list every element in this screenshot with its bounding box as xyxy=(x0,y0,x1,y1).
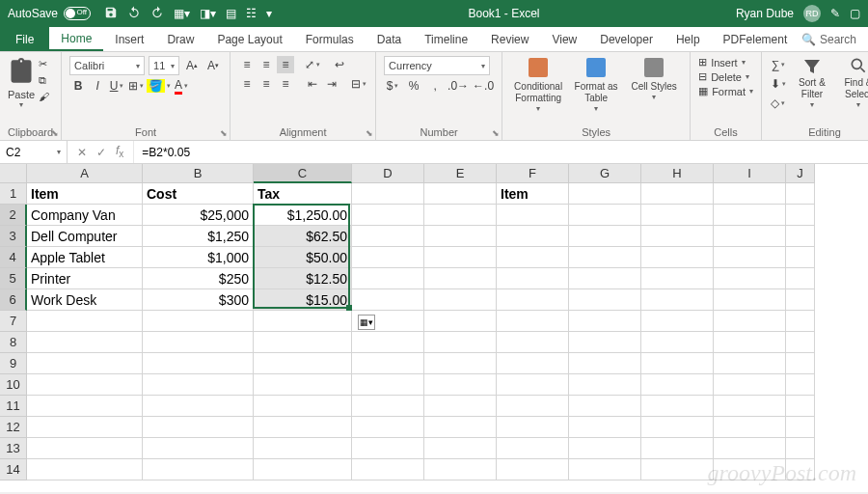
row-header-2[interactable]: 2 xyxy=(0,205,27,226)
cell-D5[interactable] xyxy=(352,268,424,289)
cell-J8[interactable] xyxy=(786,332,815,353)
cell-B13[interactable] xyxy=(143,438,254,459)
cell-A5[interactable]: Printer xyxy=(27,268,143,289)
cell-J5[interactable] xyxy=(786,268,815,289)
cell-B12[interactable] xyxy=(143,417,254,438)
cell-C14[interactable] xyxy=(254,459,352,480)
cancel-icon[interactable]: ✕ xyxy=(77,146,87,159)
cell-G7[interactable] xyxy=(569,311,641,332)
cell-H2[interactable] xyxy=(641,205,714,226)
clear-icon[interactable]: ◇ xyxy=(770,95,787,112)
cell-G13[interactable] xyxy=(569,438,641,459)
cell-H4[interactable] xyxy=(641,247,714,268)
italic-button[interactable]: I xyxy=(89,77,106,95)
cell-J3[interactable] xyxy=(786,226,815,247)
cell-C4[interactable]: $50.00 xyxy=(254,247,352,268)
align-left-icon[interactable]: ≡ xyxy=(238,75,256,93)
grow-font-icon[interactable]: A▴ xyxy=(183,57,201,74)
cell-I13[interactable] xyxy=(714,438,786,459)
col-header-A[interactable]: A xyxy=(27,164,143,183)
cell-J7[interactable] xyxy=(786,311,815,332)
tab-developer[interactable]: Developer xyxy=(588,27,665,51)
cell-B4[interactable]: $1,000 xyxy=(143,247,254,268)
cell-B9[interactable] xyxy=(143,353,254,374)
dialog-launcher-icon[interactable]: ⬊ xyxy=(220,128,228,138)
cell-H14[interactable] xyxy=(641,459,714,480)
cell-E11[interactable] xyxy=(424,396,497,417)
tab-draw[interactable]: Draw xyxy=(155,27,205,51)
underline-button[interactable]: U xyxy=(108,77,125,95)
cut-icon[interactable]: ✂ xyxy=(39,58,49,70)
conditional-formatting-button[interactable]: Conditional Formatting▾ xyxy=(510,56,566,114)
tab-timeline[interactable]: Timeline xyxy=(413,27,479,51)
qat-btn4-icon[interactable]: ☷ xyxy=(246,7,257,20)
cell-D6[interactable] xyxy=(352,289,424,311)
align-center-icon[interactable]: ≡ xyxy=(258,75,275,93)
cell-A13[interactable] xyxy=(27,438,143,459)
cell-J13[interactable] xyxy=(786,438,815,459)
cell-H11[interactable] xyxy=(641,396,714,417)
window-icon[interactable]: ▢ xyxy=(850,7,860,20)
cell-C3[interactable]: $62.50 xyxy=(254,226,352,247)
tab-review[interactable]: Review xyxy=(479,27,540,51)
dialog-launcher-icon[interactable]: ⬊ xyxy=(366,128,373,138)
cell-E10[interactable] xyxy=(424,374,497,396)
col-header-C[interactable]: C xyxy=(254,164,352,183)
cell-E8[interactable] xyxy=(424,332,497,353)
bold-button[interactable]: B xyxy=(69,77,87,95)
border-button[interactable]: ⊞ xyxy=(127,77,145,95)
delete-cells-button[interactable]: ⊟Delete▾ xyxy=(698,70,753,83)
cell-H9[interactable] xyxy=(641,353,714,374)
cell-E1[interactable] xyxy=(424,183,497,205)
cell-J2[interactable] xyxy=(786,205,815,226)
row-header-13[interactable]: 13 xyxy=(0,438,27,459)
align-bottom-icon[interactable]: ≡ xyxy=(277,56,294,73)
cell-F11[interactable] xyxy=(497,396,569,417)
col-header-F[interactable]: F xyxy=(497,164,569,183)
dialog-launcher-icon[interactable]: ⬊ xyxy=(51,128,59,138)
cell-G5[interactable] xyxy=(569,268,641,289)
autosum-icon[interactable]: ∑ xyxy=(770,56,787,73)
col-header-I[interactable]: I xyxy=(714,164,786,183)
cell-E7[interactable] xyxy=(424,311,497,332)
cell-F6[interactable] xyxy=(497,289,569,311)
font-size-select[interactable]: 11▾ xyxy=(149,56,179,75)
tab-pdfelement[interactable]: PDFelement xyxy=(712,27,800,51)
cell-J12[interactable] xyxy=(786,417,815,438)
cell-G8[interactable] xyxy=(569,332,641,353)
cell-B3[interactable]: $1,250 xyxy=(143,226,254,247)
cell-E14[interactable] xyxy=(424,459,497,480)
toggle-switch[interactable]: Off xyxy=(64,7,91,20)
redo-icon[interactable] xyxy=(150,6,164,22)
cell-E5[interactable] xyxy=(424,268,497,289)
cell-F14[interactable] xyxy=(497,459,569,480)
cell-G2[interactable] xyxy=(569,205,641,226)
merge-icon[interactable]: ⊟ xyxy=(350,75,367,93)
undo-icon[interactable] xyxy=(127,6,141,22)
cell-C6[interactable]: $15.00 xyxy=(254,289,352,311)
cell-A12[interactable] xyxy=(27,417,143,438)
cell-B6[interactable]: $300 xyxy=(143,289,254,311)
qat-btn1-icon[interactable]: ▦▾ xyxy=(174,7,190,20)
cell-F1[interactable]: Item xyxy=(497,183,569,205)
cell-D2[interactable] xyxy=(352,205,424,226)
tab-file[interactable]: File xyxy=(0,27,49,51)
cell-B7[interactable] xyxy=(143,311,254,332)
cell-D8[interactable] xyxy=(352,332,424,353)
cell-C5[interactable]: $12.50 xyxy=(254,268,352,289)
cell-H12[interactable] xyxy=(641,417,714,438)
cell-F8[interactable] xyxy=(497,332,569,353)
cell-F2[interactable] xyxy=(497,205,569,226)
tab-home[interactable]: Home xyxy=(49,27,103,51)
cell-D13[interactable] xyxy=(352,438,424,459)
cell-C13[interactable] xyxy=(254,438,352,459)
cell-I5[interactable] xyxy=(714,268,786,289)
cell-B5[interactable]: $250 xyxy=(143,268,254,289)
cell-I9[interactable] xyxy=(714,353,786,374)
cell-E2[interactable] xyxy=(424,205,497,226)
font-name-select[interactable]: Calibri▾ xyxy=(69,56,145,75)
cell-I11[interactable] xyxy=(714,396,786,417)
cell-E3[interactable] xyxy=(424,226,497,247)
cell-F4[interactable] xyxy=(497,247,569,268)
cell-I6[interactable] xyxy=(714,289,786,311)
